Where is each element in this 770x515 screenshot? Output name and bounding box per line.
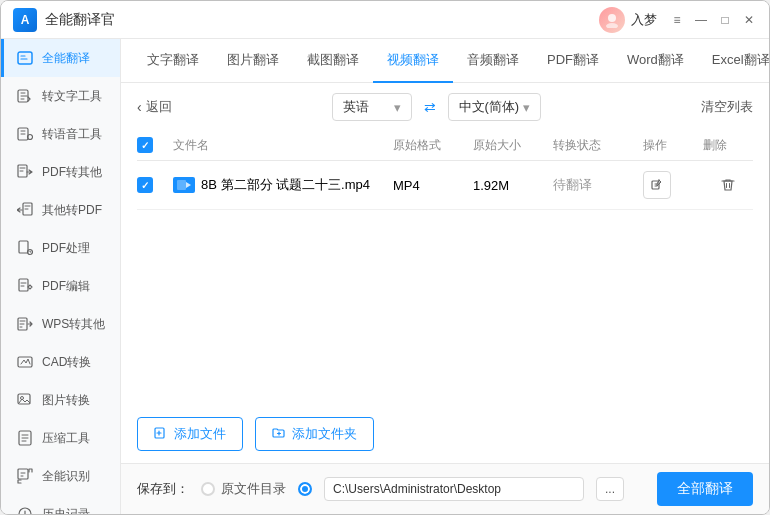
row-checkbox-cell: ✓ — [137, 177, 173, 193]
ocr-icon — [16, 467, 34, 485]
user-info: 入梦 — [599, 7, 657, 33]
app-title: 全能翻译官 — [45, 11, 599, 29]
avatar — [599, 7, 625, 33]
sidebar-label-history: 历史记录 — [42, 506, 90, 515]
app-logo: A — [13, 8, 37, 32]
clear-list-button[interactable]: 清空列表 — [701, 98, 753, 116]
sidebar-label-ocr: 全能识别 — [42, 468, 90, 485]
format-cell: MP4 — [393, 178, 473, 193]
sidebar-label-other2pdf: 其他转PDF — [42, 202, 102, 219]
header-format: 原始格式 — [393, 137, 473, 154]
audio-tool-icon — [16, 125, 34, 143]
custom-dir-radio[interactable] — [298, 482, 312, 496]
sidebar-item-other2pdf[interactable]: 其他转PDF — [1, 191, 120, 229]
other-to-pdf-icon — [16, 201, 34, 219]
header-action: 操作 — [643, 137, 703, 154]
sidebar-label-quanneng: 全能翻译 — [42, 50, 90, 67]
sidebar-item-yuyin[interactable]: 转语音工具 — [1, 115, 120, 153]
tab-screenshot[interactable]: 截图翻译 — [293, 39, 373, 83]
chevron-down-icon-target: ▾ — [523, 100, 530, 115]
svg-rect-2 — [18, 52, 32, 64]
target-lang-select[interactable]: 中文(简体) ▾ — [448, 93, 542, 121]
status-cell: 待翻译 — [553, 176, 643, 194]
svg-point-1 — [606, 23, 618, 28]
tab-word[interactable]: Word翻译 — [613, 39, 698, 83]
select-all-checkbox[interactable]: ✓ — [137, 137, 153, 153]
maximize-button[interactable]: □ — [717, 12, 733, 28]
tab-audio[interactable]: 音频翻译 — [453, 39, 533, 83]
browse-button[interactable]: ... — [596, 477, 624, 501]
add-file-button[interactable]: 添加文件 — [137, 417, 243, 451]
table-row: ✓ 8B 第二部分 试题二十三.mp4 MP4 1.92M 待翻译 — [137, 161, 753, 210]
original-dir-radio[interactable] — [201, 482, 215, 496]
menu-button[interactable]: ≡ — [669, 12, 685, 28]
toolbar: ‹ 返回 英语 ▾ ⇄ 中文(简体) ▾ 清空列表 — [121, 83, 769, 131]
tab-video[interactable]: 视频翻译 — [373, 39, 453, 83]
save-to-label: 保存到： — [137, 480, 189, 498]
sidebar-item-wenzi[interactable]: 转文字工具 — [1, 77, 120, 115]
svg-marker-19 — [186, 182, 191, 188]
sidebar-label-pdfedit: PDF编辑 — [42, 278, 90, 295]
sidebar-label-image: 图片转换 — [42, 392, 90, 409]
sidebar-item-image[interactable]: 图片转换 — [1, 381, 120, 419]
size-cell: 1.92M — [473, 178, 553, 193]
add-folder-button[interactable]: 添加文件夹 — [255, 417, 374, 451]
user-name: 入梦 — [631, 11, 657, 29]
original-dir-label: 原文件目录 — [221, 480, 286, 498]
tab-text[interactable]: 文字翻译 — [133, 39, 213, 83]
sidebar-label-pdfprocess: PDF处理 — [42, 240, 90, 257]
row-checkbox[interactable]: ✓ — [137, 177, 153, 193]
history-icon — [16, 505, 34, 514]
header-checkbox: ✓ — [137, 137, 173, 154]
sidebar-item-quanneng[interactable]: 全能翻译 — [1, 39, 120, 77]
sidebar-label-pdf2other: PDF转其他 — [42, 164, 102, 181]
pdf-process-icon — [16, 239, 34, 257]
filename-cell: 8B 第二部分 试题二十三.mp4 — [173, 176, 393, 194]
sidebar-label-wps2other: WPS转其他 — [42, 316, 105, 333]
edit-action-button[interactable] — [643, 171, 671, 199]
custom-dir-radio-group — [298, 482, 312, 496]
right-panel: 文字翻译 图片翻译 截图翻译 视频翻译 音频翻译 PDF翻译 W — [121, 39, 769, 514]
back-button[interactable]: ‹ 返回 — [137, 98, 172, 116]
tab-image[interactable]: 图片翻译 — [213, 39, 293, 83]
tab-bar: 文字翻译 图片翻译 截图翻译 视频翻译 音频翻译 PDF翻译 W — [121, 39, 769, 83]
sidebar-item-compress[interactable]: 压缩工具 — [1, 419, 120, 457]
back-chevron-icon: ‹ — [137, 99, 142, 115]
header-size: 原始大小 — [473, 137, 553, 154]
table-header: ✓ 文件名 原始格式 原始大小 转换状态 操作 删除 — [137, 131, 753, 161]
filename-text: 8B 第二部分 试题二十三.mp4 — [201, 176, 370, 194]
translate-all-button[interactable]: 全部翻译 — [657, 472, 753, 506]
pdf-to-other-icon — [16, 163, 34, 181]
sidebar-item-pdf2other[interactable]: PDF转其他 — [1, 153, 120, 191]
pdf-edit-icon — [16, 277, 34, 295]
add-folder-icon — [272, 426, 286, 443]
minimize-button[interactable]: — — [693, 12, 709, 28]
chevron-down-icon: ▾ — [394, 100, 401, 115]
window-controls: ≡ — □ ✕ — [669, 12, 757, 28]
cad-icon — [16, 353, 34, 371]
sidebar-label-wenzi: 转文字工具 — [42, 88, 102, 105]
tab-pdf[interactable]: PDF翻译 — [533, 39, 613, 83]
file-table: ✓ 文件名 原始格式 原始大小 转换状态 操作 删除 ✓ — [121, 131, 769, 405]
tab-excel[interactable]: Excel翻译 — [698, 39, 769, 83]
save-bar: 保存到： 原文件目录 ... 全部翻译 — [121, 463, 769, 514]
swap-lang-icon[interactable]: ⇄ — [424, 99, 436, 115]
sidebar-label-cad: CAD转换 — [42, 354, 91, 371]
sidebar-item-cad[interactable]: CAD转换 — [1, 343, 120, 381]
close-button[interactable]: ✕ — [741, 12, 757, 28]
sidebar-item-pdfedit[interactable]: PDF编辑 — [1, 267, 120, 305]
add-file-icon — [154, 426, 168, 443]
text-tool-icon — [16, 87, 34, 105]
sidebar-item-ocr[interactable]: 全能识别 — [1, 457, 120, 495]
delete-file-button[interactable] — [703, 177, 753, 193]
sidebar-item-wps2other[interactable]: WPS转其他 — [1, 305, 120, 343]
sidebar-label-compress: 压缩工具 — [42, 430, 90, 447]
titlebar: A 全能翻译官 入梦 ≡ — □ ✕ — [1, 1, 769, 39]
sidebar-item-pdfprocess[interactable]: PDF处理 — [1, 229, 120, 267]
sidebar-item-history[interactable]: 历史记录 — [1, 495, 120, 514]
svg-rect-10 — [19, 279, 28, 291]
source-lang-select[interactable]: 英语 ▾ — [332, 93, 412, 121]
save-path-input[interactable] — [324, 477, 584, 501]
header-delete: 删除 — [703, 137, 753, 154]
video-file-icon — [173, 177, 195, 193]
